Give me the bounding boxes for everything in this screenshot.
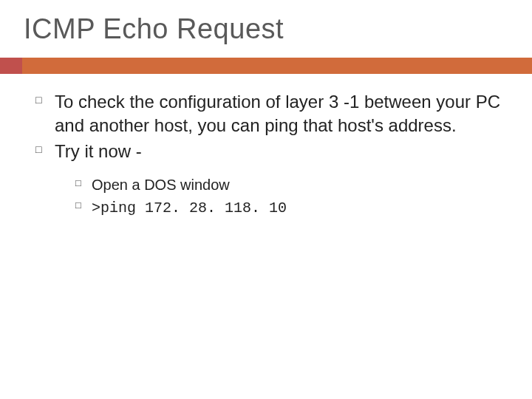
slide: ICMP Echo Request To check the configura… [0, 0, 532, 399]
accent-bar [0, 58, 532, 74]
accent-tab [0, 58, 22, 74]
bullet-text: Try it now - [55, 141, 142, 161]
bullet-list-level2: Open a DOS window >ping 172. 28. 118. 10 [75, 174, 508, 219]
command-text: >ping 172. 28. 118. 10 [92, 200, 287, 216]
bullet-list-level1: To check the configuration of layer 3 -1… [35, 90, 508, 219]
slide-body: To check the configuration of layer 3 -1… [35, 90, 508, 221]
list-item: To check the configuration of layer 3 -1… [35, 90, 508, 138]
list-item: >ping 172. 28. 118. 10 [75, 196, 508, 219]
list-item: Try it now - Open a DOS window >ping 172… [35, 140, 508, 219]
slide-title: ICMP Echo Request [24, 13, 284, 45]
list-item: Open a DOS window [75, 174, 508, 196]
